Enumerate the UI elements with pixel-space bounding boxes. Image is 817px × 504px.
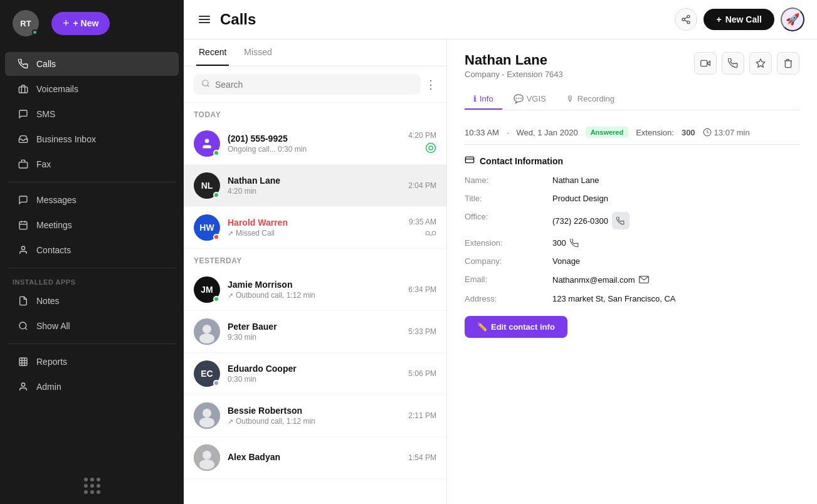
call-item[interactable]: Bessie Robertson ↗ Outbound call, 1:12 m…: [184, 395, 446, 437]
hamburger-button[interactable]: [196, 13, 213, 26]
tab-recording[interactable]: 🎙 Recording: [557, 89, 623, 110]
more-options-icon[interactable]: ⋮: [425, 78, 436, 92]
svg-line-18: [685, 20, 688, 22]
sidebar-item-meetings[interactable]: Meetings: [5, 213, 179, 237]
section-title: Contact Information: [465, 155, 799, 167]
sidebar-item-admin[interactable]: Admin: [5, 375, 179, 399]
voicemail-icon: [425, 229, 436, 238]
share-icon-button[interactable]: [675, 8, 697, 31]
star-button[interactable]: [749, 52, 772, 75]
sidebar-item-label: Voicemails: [36, 84, 78, 94]
call-sub: ↗ Outbound call, 1:12 min: [228, 417, 401, 426]
call-sub: 0:30 min: [228, 375, 401, 384]
call-office-button[interactable]: [612, 212, 630, 229]
tab-recent[interactable]: Recent: [196, 39, 229, 66]
sidebar-item-notes[interactable]: Notes: [5, 289, 179, 313]
voicemail-icon: [18, 83, 29, 95]
delete-button[interactable]: [777, 52, 799, 75]
svg-point-25: [426, 231, 430, 235]
call-name: (201) 555-9925: [228, 134, 401, 144]
new-call-button[interactable]: + New Call: [704, 9, 774, 30]
call-name: Nathan Lane: [228, 176, 401, 186]
extension-value: 300: [682, 128, 695, 137]
call-time: 2:11 PM: [408, 411, 436, 420]
call-item[interactable]: JM Jamie Morrison ↗ Outbound call, 1:12 …: [184, 269, 446, 311]
svg-rect-38: [701, 60, 707, 66]
call-name: Bessie Robertson: [228, 406, 401, 416]
call-avatar: NL: [194, 172, 220, 199]
call-item[interactable]: NL Nathan Lane 4:20 min 2:04 PM: [184, 165, 446, 207]
call-info: Bessie Robertson ↗ Outbound call, 1:12 m…: [228, 406, 401, 426]
sidebar-item-contacts[interactable]: Contacts: [5, 238, 179, 262]
tab-info[interactable]: ℹ Info: [465, 89, 502, 110]
svg-point-15: [687, 15, 690, 18]
call-meta: 4:20 PM: [408, 131, 436, 156]
show-all-icon: [18, 320, 29, 332]
svg-line-21: [208, 85, 209, 87]
call-item[interactable]: HW Harold Warren ↗ Missed Call 9:35 AM: [184, 207, 446, 249]
svg-point-16: [682, 18, 685, 21]
header-actions: + New Call 🚀: [675, 8, 804, 31]
email-icon[interactable]: [639, 275, 649, 285]
call-item[interactable]: EC Eduardo Cooper 0:30 min 5:06 PM: [184, 353, 446, 395]
svg-point-17: [687, 21, 690, 24]
field-value-title: Product Design: [552, 194, 799, 203]
call-sub: 9:30 min: [228, 333, 401, 342]
video-button[interactable]: [694, 52, 717, 75]
sidebar-item-label: Contacts: [36, 245, 71, 255]
call-item[interactable]: Alex Badyan 1:54 PM: [184, 437, 446, 479]
sidebar-item-fax[interactable]: Fax: [5, 152, 179, 176]
sidebar-item-label: SMS: [36, 109, 55, 119]
messages-icon: [18, 194, 29, 206]
call-time: 2:04 PM: [408, 181, 436, 190]
new-button[interactable]: + + New: [51, 12, 110, 35]
call-avatar: [194, 444, 220, 471]
sidebar-item-business-inbox[interactable]: Business Inbox: [5, 127, 179, 151]
sidebar-item-voicemails[interactable]: Voicemails: [5, 77, 179, 101]
search-input[interactable]: [215, 80, 413, 90]
top-header: Calls + New Call 🚀: [184, 0, 817, 39]
call-time: 6:34 PM: [408, 285, 436, 294]
avatar: RT: [13, 10, 39, 36]
contact-info-grid: Name: Nathan Lane Title: Product Design …: [465, 176, 799, 303]
status-dot: [213, 192, 219, 198]
status-dot: [213, 380, 219, 386]
svg-point-14: [21, 383, 24, 386]
svg-marker-37: [707, 61, 710, 66]
tab-missed[interactable]: Missed: [241, 39, 274, 66]
yesterday-section-label: YESTERDAY: [184, 249, 446, 269]
sidebar-item-show-all[interactable]: Show All: [5, 314, 179, 338]
call-meta: 2:11 PM: [408, 411, 436, 420]
call-time: 9:35 AM: [409, 218, 436, 226]
field-value-name: Nathan Lane: [552, 176, 799, 185]
svg-line-19: [685, 17, 688, 19]
grid-icon[interactable]: [84, 478, 100, 494]
sidebar-item-label: Show All: [36, 321, 70, 331]
tab-vgis[interactable]: 💬 VGIS: [505, 89, 555, 110]
vgis-icon: 💬: [514, 94, 524, 103]
calls-list: TODAY (201) 555-9925 Ongoing call... 0:3…: [184, 103, 446, 504]
rocket-button[interactable]: 🚀: [781, 8, 804, 31]
call-info: Nathan Lane 4:20 min: [228, 176, 401, 196]
edit-contact-button[interactable]: ✏️ Edit contact info: [465, 316, 567, 338]
sidebar-item-calls[interactable]: Calls: [5, 52, 179, 76]
main-content: Calls + New Call 🚀 Recent Missed: [184, 0, 817, 504]
field-label: Extension:: [465, 238, 552, 248]
call-avatar: [194, 130, 220, 157]
sidebar-item-reports[interactable]: Reports: [5, 350, 179, 374]
today-section-label: TODAY: [184, 103, 446, 123]
sidebar-item-label: Business Inbox: [36, 134, 96, 144]
duration-info: 13:07 min: [703, 128, 750, 137]
call-item[interactable]: Peter Bauer 9:30 min 5:33 PM: [184, 311, 446, 353]
admin-icon: [18, 381, 29, 392]
info-icon: ℹ: [473, 94, 477, 103]
svg-point-36: [199, 459, 214, 470]
sidebar-item-messages[interactable]: Messages: [5, 188, 179, 212]
svg-rect-9: [19, 358, 27, 365]
svg-rect-2: [19, 222, 27, 229]
call-button[interactable]: [722, 52, 744, 75]
notes-icon: [18, 295, 29, 307]
sidebar-item-sms[interactable]: SMS: [5, 102, 179, 126]
call-avatar: HW: [194, 214, 220, 241]
call-item[interactable]: (201) 555-9925 Ongoing call... 0:30 min …: [184, 123, 446, 165]
